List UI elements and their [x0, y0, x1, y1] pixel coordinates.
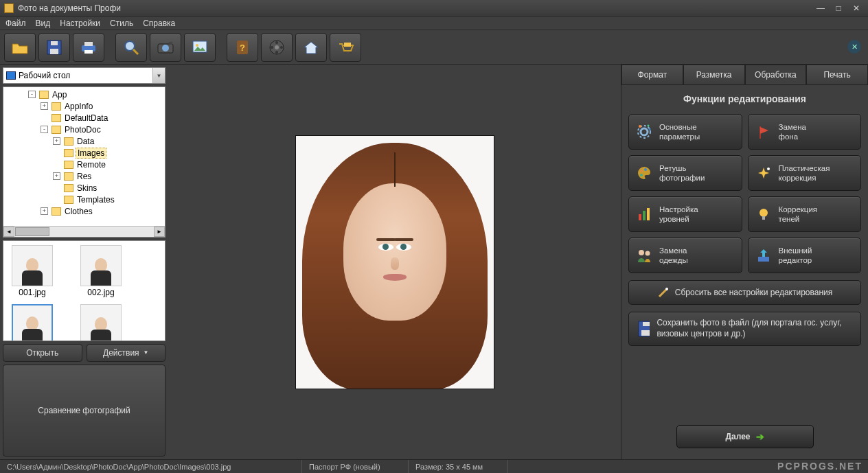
tree-node[interactable]: +Clothes [5, 205, 163, 217]
menu-settings[interactable]: Настройки [60, 19, 100, 28]
thumbnail-item[interactable]: 001.jpg [8, 245, 57, 297]
svg-rect-35 [643, 211, 646, 220]
svg-rect-1 [50, 49, 58, 54]
panel-title: Функции редактирования [628, 93, 861, 104]
tab-1[interactable]: Разметка [683, 65, 745, 84]
folder-tree[interactable]: -App+AppInfoDefaultData-PhotoDoc+DataIma… [3, 86, 165, 238]
thumbnail-item[interactable]: 003.jpg [8, 304, 57, 341]
svg-point-20 [271, 46, 273, 49]
flag-icon [754, 122, 773, 141]
tree-node[interactable]: +Res [5, 170, 163, 182]
tab-0[interactable]: Формат [621, 65, 683, 84]
close-button[interactable]: ✕ [849, 3, 864, 14]
svg-point-18 [280, 46, 283, 49]
svg-line-7 [133, 49, 138, 54]
next-button[interactable]: Далее ➔ [676, 425, 814, 448]
tool-image[interactable] [184, 33, 216, 62]
bulb-icon [754, 205, 773, 224]
edit-button-grid: ОсновныепараметрыЗаменафонаРетушьфотогра… [628, 114, 861, 273]
tool-zoom[interactable] [115, 33, 147, 62]
tool-help[interactable]: ? [227, 33, 258, 62]
tree-node[interactable]: Skins [5, 182, 163, 194]
status-size: Размер: 35 x 45 мм [409, 460, 508, 473]
menu-help[interactable]: Справка [143, 19, 175, 28]
titlebar: Фото на документы Профи — □ ✕ [0, 0, 868, 16]
tree-node[interactable]: Templates [5, 194, 163, 205]
maximize-button[interactable]: □ [831, 3, 846, 14]
tool-print[interactable] [73, 33, 104, 62]
svg-point-28 [649, 128, 651, 130]
actions-button[interactable]: Действия▼ [87, 344, 166, 362]
preview-area [168, 65, 621, 459]
menu-file[interactable]: Файл [5, 19, 26, 28]
gear-icon [635, 122, 654, 141]
wand-icon [657, 286, 670, 299]
svg-point-39 [639, 250, 644, 255]
tree-node[interactable]: Images [5, 147, 163, 159]
svg-point-16 [275, 45, 279, 49]
monitor-icon [6, 71, 16, 80]
svg-point-17 [275, 41, 278, 44]
palette-icon [635, 163, 654, 183]
svg-rect-2 [51, 41, 58, 45]
svg-point-37 [760, 209, 768, 217]
location-combo[interactable]: Рабочий стол ▼ [3, 67, 165, 84]
tree-node[interactable]: -PhotoDoc [5, 124, 163, 135]
toolbar: ? ✕ [0, 30, 868, 65]
svg-text:?: ? [240, 43, 245, 53]
tree-node[interactable]: Remote [5, 159, 163, 170]
svg-point-27 [648, 125, 650, 127]
toolbar-close-icon[interactable]: ✕ [847, 40, 861, 54]
tree-node[interactable]: +Data [5, 135, 163, 147]
tree-node[interactable]: DefaultData [5, 112, 163, 124]
svg-rect-46 [643, 322, 650, 326]
svg-point-43 [665, 288, 668, 290]
statusbar: C:\Users\Админ\Desktop\PhotoDoc\App\Phot… [0, 459, 868, 473]
tool-home[interactable] [295, 33, 327, 62]
svg-point-40 [646, 251, 650, 256]
people-icon [635, 246, 654, 265]
menubar: Файл Вид Настройки Стиль Справка [0, 16, 868, 30]
open-button[interactable]: Открыть [3, 344, 82, 362]
photo-preview [295, 135, 494, 389]
svg-rect-34 [639, 214, 641, 220]
tool-camera[interactable] [150, 33, 181, 62]
reset-button[interactable]: Сбросить все настройки редактирования [628, 280, 861, 305]
edit-bars-button[interactable]: Настройкауровней [628, 196, 742, 232]
menu-style[interactable]: Стиль [110, 19, 133, 28]
minimize-button[interactable]: — [813, 3, 828, 14]
svg-rect-23 [344, 43, 351, 47]
svg-point-30 [640, 170, 643, 172]
tab-2[interactable]: Обработка [745, 65, 807, 84]
thumbnail-item[interactable]: 002.jpg [76, 245, 126, 297]
edit-bulb-button[interactable]: Коррекциятеней [748, 196, 862, 232]
save-file-button[interactable]: Сохранить фото в файл (для портала гос. … [628, 312, 861, 346]
edit-flag-button[interactable]: Заменафона [748, 114, 862, 150]
location-label: Рабочий стол [19, 71, 70, 80]
edit-palette-button[interactable]: Ретушьфотографии [628, 155, 742, 191]
app-icon [4, 3, 14, 13]
svg-point-6 [125, 41, 135, 51]
tool-cart[interactable] [330, 33, 361, 62]
thumbnail-item[interactable]: 6.jpg [76, 304, 126, 341]
tab-3[interactable]: Печать [806, 65, 868, 84]
right-panel: ФорматРазметкаОбработкаПечать Функции ре… [621, 65, 868, 459]
tree-node[interactable]: +AppInfo [5, 100, 163, 112]
compare-button[interactable]: Сравнение фотографий [3, 365, 165, 457]
edit-sparkle-button[interactable]: Пластическаякоррекция [748, 155, 862, 191]
edit-export-button[interactable]: Внешнийредактор [748, 238, 862, 273]
export-icon [754, 246, 773, 265]
chevron-down-icon: ▼ [152, 68, 165, 83]
tree-scrollbar[interactable]: ◄► [3, 226, 165, 237]
svg-point-24 [641, 128, 648, 135]
svg-line-42 [659, 290, 666, 297]
tool-open[interactable] [4, 33, 36, 62]
svg-point-32 [640, 174, 643, 176]
svg-point-31 [644, 168, 647, 171]
tool-save[interactable] [38, 33, 70, 62]
tree-node[interactable]: -App [5, 89, 163, 100]
edit-gear-button[interactable]: Основныепараметры [628, 114, 742, 150]
edit-people-button[interactable]: Заменаодежды [628, 238, 742, 273]
tool-video[interactable] [261, 33, 293, 62]
menu-view[interactable]: Вид [36, 19, 51, 28]
